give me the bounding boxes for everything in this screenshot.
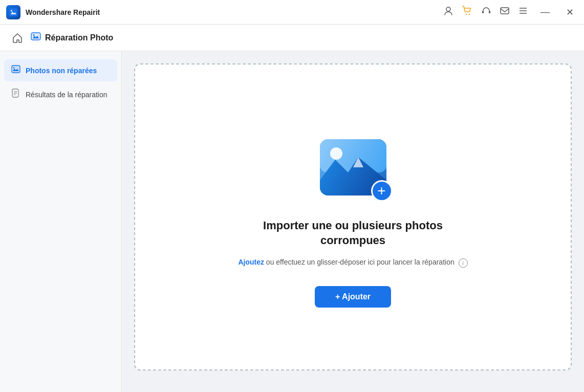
main-layout: Photos non réparées Résultats de la répa… [0,51,584,392]
nav-bar: Réparation Photo [0,25,584,51]
mail-icon[interactable] [500,6,510,18]
svg-rect-7 [501,8,509,14]
title-bar-left: Wondershare Repairit [6,5,100,19]
title-bar-right: — ✕ [443,5,578,20]
svg-point-3 [466,14,467,15]
add-button[interactable]: + Ajouter [315,286,391,308]
drop-zone-subtitle-bold: Ajoutez [238,258,264,266]
headset-icon[interactable] [481,6,491,18]
photo-card: + [320,139,386,195]
home-button[interactable] [8,29,27,47]
svg-rect-14 [12,66,20,73]
svg-point-16 [13,67,15,69]
svg-point-2 [446,7,450,11]
sidebar-item-repair-results[interactable]: Résultats de la réparation [4,83,117,105]
drop-zone-subtitle-rest: ou effectuez un glisser-déposer ici pour… [264,258,455,266]
nav-section-title: Réparation Photo [45,33,113,42]
app-logo [6,5,20,19]
add-button-label: + Ajouter [335,292,371,301]
svg-rect-11 [31,33,40,40]
sidebar-item-unrepaired-photos[interactable]: Photos non réparées [4,59,117,81]
sidebar: Photos non réparées Résultats de la répa… [0,51,122,392]
info-icon[interactable]: i [459,258,468,268]
minimize-button[interactable]: — [536,5,554,19]
drop-zone-subtitle: Ajoutez ou effectuez un glisser-déposer … [238,258,467,267]
svg-point-1 [11,10,12,11]
sidebar-item-label: Résultats de la réparation [26,91,107,99]
cart-icon[interactable] [462,5,473,19]
close-button[interactable]: ✕ [562,5,578,20]
svg-rect-6 [489,11,490,13]
repair-results-icon [11,89,20,100]
user-icon[interactable] [443,6,453,18]
svg-point-23 [330,147,342,160]
drop-zone[interactable]: + Importer une ou plusieurs photos corro… [134,63,572,371]
content-area: + Importer une ou plusieurs photos corro… [122,51,584,392]
nav-section-icon [31,31,41,44]
menu-icon[interactable] [518,6,528,18]
drop-zone-illustration: + [312,126,394,208]
drop-zone-title: Importer une ou plusieurs photos corromp… [263,219,443,248]
add-photo-badge: + [371,180,393,202]
nav-section: Réparation Photo [31,31,113,44]
title-bar: Wondershare Repairit — ✕ [0,0,584,25]
sidebar-item-label: Photos non réparées [26,67,97,75]
unrepaired-photos-icon [11,64,20,76]
svg-point-4 [469,14,470,15]
svg-rect-0 [9,8,17,16]
svg-point-13 [33,34,35,36]
app-title: Wondershare Repairit [26,8,100,16]
svg-rect-5 [482,11,484,13]
